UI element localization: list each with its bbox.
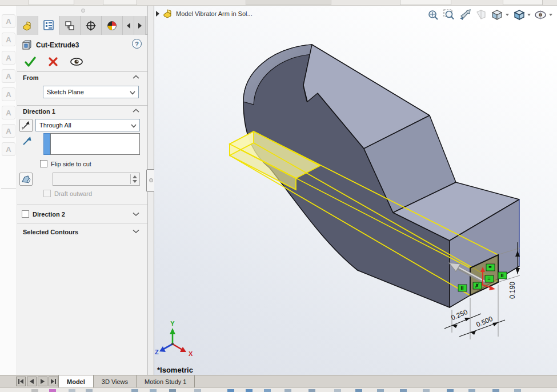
view-orientation-label: *Isometric	[157, 366, 193, 374]
triad-y-label: Y	[170, 320, 175, 327]
collapse-chevron-icon[interactable]	[133, 109, 139, 113]
direction2-section-header[interactable]: Direction 2	[22, 210, 143, 218]
feature-title: Cut-Extrude3	[36, 41, 79, 49]
flip-side-checkbox[interactable]	[40, 160, 47, 167]
first-tab-button[interactable]	[16, 377, 26, 386]
study-tabs: Model 3D Views Motion Study 1	[58, 375, 195, 388]
direction-reference-icon	[22, 136, 32, 146]
spinner-up-icon[interactable]	[133, 175, 137, 178]
toolbar-button-fragment	[503, 0, 543, 5]
featuremanager-tree-tab[interactable]	[17, 16, 38, 35]
last-tab-button[interactable]	[49, 377, 58, 386]
configurationmanager-tab[interactable]	[59, 16, 81, 35]
cancel-button[interactable]	[48, 57, 58, 67]
manager-tab-bar	[17, 16, 147, 35]
collapse-chevron-icon[interactable]	[133, 75, 139, 79]
show-preview-icon[interactable]	[70, 57, 83, 66]
contours-section-header[interactable]: Selected Contours	[23, 227, 142, 237]
draft-button[interactable]	[19, 173, 33, 186]
tab-scroll-right-button[interactable]	[134, 16, 146, 35]
relation-marker: ✗	[475, 283, 479, 289]
toolbar-button-fragment	[400, 0, 451, 5]
dimxpertmanager-tab[interactable]	[81, 16, 102, 35]
divider	[17, 71, 147, 72]
toolbar-button-fragment	[246, 0, 331, 5]
displaymanager-tab[interactable]	[102, 16, 123, 35]
divider	[17, 205, 147, 205]
annotation-group-icon[interactable]: A	[2, 87, 15, 101]
reverse-direction-button[interactable]	[19, 119, 33, 132]
dimension-0250[interactable]: 0.250	[444, 308, 481, 329]
chevron-down-icon	[131, 124, 137, 128]
displaymanager-icon	[106, 21, 118, 31]
from-section-label: From	[23, 74, 39, 81]
from-dropdown[interactable]: Sketch Plane	[43, 86, 139, 98]
annotation-edit-icon[interactable]: A	[2, 33, 15, 46]
contours-section-label: Selected Contours	[23, 229, 78, 235]
propertymanager-tab[interactable]	[38, 16, 59, 35]
taskbar-partial-icons[interactable]	[0, 387, 557, 392]
from-dropdown-value: Sketch Plane	[47, 89, 84, 95]
feature-header: Cut-Extrude3 ?	[22, 39, 143, 51]
from-section-header[interactable]: From	[23, 73, 142, 82]
annotation-frame-icon[interactable]: A	[2, 124, 15, 138]
relation-marker: =	[487, 276, 490, 282]
relation-marker: =	[488, 265, 491, 270]
part-icon	[22, 21, 33, 31]
help-button[interactable]: ?	[132, 39, 142, 49]
confirm-row	[24, 55, 138, 69]
top-toolbar-strip	[0, 0, 557, 6]
direction2-section-label: Direction 2	[33, 211, 65, 218]
draft-angle-spinner[interactable]	[130, 174, 138, 184]
draft-angle-field[interactable]	[53, 173, 140, 186]
relation-marker: II	[500, 273, 503, 278]
expand-chevron-icon[interactable]	[133, 229, 139, 234]
configurationmanager-icon	[64, 21, 75, 31]
note-icon[interactable]: A	[2, 14, 15, 28]
tab-model[interactable]: Model	[58, 375, 94, 388]
gear-tools-icon[interactable]: A	[2, 142, 15, 156]
end-condition-value: Through All	[39, 122, 71, 129]
toolbar-button-fragment	[29, 0, 74, 5]
annotation-leader-icon[interactable]: A	[2, 51, 15, 65]
dimxpert-icon	[85, 21, 97, 31]
copy-annotation-icon[interactable]: A	[2, 106, 15, 119]
reference-triad: Y X Z	[155, 320, 193, 357]
divider	[17, 223, 147, 223]
model-scene[interactable]: 0.250 0.500 0.190	[154, 6, 557, 375]
draft-outward-checkbox[interactable]	[43, 190, 51, 197]
direction1-section-label: Direction 1	[23, 108, 55, 115]
chevron-down-icon	[130, 91, 135, 95]
dimension-0500-text: 0.500	[475, 315, 494, 329]
end-condition-dropdown[interactable]: Through All	[35, 119, 140, 131]
previous-tab-button[interactable]	[27, 377, 37, 386]
annotation-add-icon[interactable]: A	[2, 69, 15, 83]
toolbar-separator	[1, 189, 16, 189]
spinner-down-icon[interactable]	[133, 180, 137, 183]
draft-outward-label: Draft outward	[54, 190, 92, 197]
triad-z-label: Z	[155, 349, 159, 355]
divider	[17, 105, 147, 106]
propertymanager-icon	[43, 20, 54, 30]
expand-chevron-icon[interactable]	[133, 212, 139, 217]
property-manager-panel: Cut-Extrude3 ? From Sketch Pl	[17, 6, 147, 375]
direction-selection-box[interactable]	[50, 133, 140, 155]
flip-side-row: Flip side to cut	[40, 160, 91, 167]
panel-grab-handle[interactable]	[81, 9, 85, 13]
dimension-0190-text: 0.190	[508, 282, 516, 299]
tab-3d-views[interactable]: 3D Views	[94, 375, 137, 388]
panel-splitter-dot	[149, 178, 153, 182]
graphics-viewport[interactable]: Model Vibrator Arm in Sol...	[154, 6, 557, 375]
tab-motion-study-1[interactable]: Motion Study 1	[137, 375, 195, 388]
solidworks-window: A A A A A A A A	[0, 0, 557, 392]
tab-scroll-left-button[interactable]	[123, 16, 134, 35]
next-tab-button[interactable]	[38, 377, 47, 386]
direction2-checkbox[interactable]	[22, 210, 29, 218]
draft-outward-row: Draft outward	[43, 190, 92, 197]
direction1-section-header[interactable]: Direction 1	[23, 107, 142, 116]
tab-navigation-buttons	[16, 377, 58, 386]
relation-marker: II	[460, 285, 463, 291]
cut-extrude-icon	[22, 40, 32, 50]
ok-button[interactable]	[24, 56, 37, 67]
flip-side-label: Flip side to cut	[51, 161, 91, 167]
